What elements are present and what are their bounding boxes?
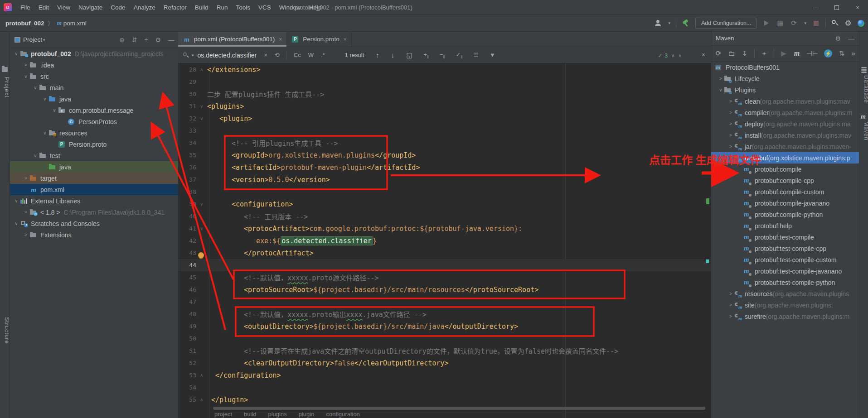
search-input[interactable]: os.detected.classifier [198,52,257,59]
menu-view[interactable]: View [53,0,74,15]
maven-item-resources[interactable]: >mresources (org.apache.maven.plugins [711,288,859,299]
reimport-icon[interactable]: ⟳ [715,49,722,58]
editor-tab-pom-xml[interactable]: mpom.xml (ProtocolBuffers001)× [178,32,287,47]
clear-search-icon[interactable]: × [264,52,267,58]
tree-item-com-protobuf-message[interactable]: ∨com.protobuf.message [10,105,178,116]
maven-item-compiler[interactable]: >mcompiler (org.apache.maven.plugins:m [711,107,859,118]
breadcrumb-project[interactable]: protobuf_002 [5,20,44,27]
code-editor[interactable]: 28∧</extensions>2930二步 配置plugins插件 生成工具-… [178,63,711,418]
menu-analyze[interactable]: Analyze [130,0,160,15]
chevron-right-icon[interactable]: > [727,291,734,296]
chevron-down-icon[interactable]: ∨ [22,74,29,79]
run-icon[interactable] [762,18,771,29]
toolwindow-label-structure[interactable]: Structure [0,317,10,344]
hide-icon[interactable]: — [168,36,175,43]
fold-marker-icon[interactable]: ∧ [196,373,207,378]
maven-item-site[interactable]: >msite (org.apache.maven.plugins: [711,299,859,311]
tree-item-test[interactable]: ∨test [10,150,178,161]
maven-m-icon[interactable]: m [861,113,866,120]
chevron-right-icon[interactable]: > [727,144,734,149]
fold-marker-icon[interactable]: ∨ [196,116,207,121]
maven-item-protobuf-compile-python[interactable]: mprotobuf:compile-python [711,209,859,220]
tree-item--1-8-[interactable]: >< 1.8 >C:\Program Files\Java\jdk1.8.0_3… [10,207,178,218]
chevron-down-icon[interactable]: ∨ [41,96,48,101]
search-everywhere-icon[interactable] [831,19,839,27]
chevron-right-icon[interactable]: > [22,232,29,237]
search-in-selection-icon[interactable]: ◱ [406,51,412,59]
tree-item-resources[interactable]: ∨resources [10,127,178,139]
tree-item-scratches-and-consoles[interactable]: ∨Scratches and Consoles [10,218,178,229]
xml-breadcrumb-configuration[interactable]: configuration [326,411,359,418]
select-all-occurrences-icon[interactable]: ✓Ⅱ [456,51,463,59]
previous-match-icon[interactable]: ↑ [376,51,379,59]
tree-item-java[interactable]: ∨java [10,93,178,105]
next-match-icon[interactable]: ↓ [391,51,395,59]
rerun-icon[interactable]: ⟳ [790,18,798,29]
add-configuration-button[interactable]: Add Configuration... [695,18,757,29]
chevron-down-icon[interactable]: ∨ [51,108,58,113]
inspections-widget[interactable]: ✓ 3 ∧ ∨ [658,47,682,63]
xml-breadcrumb-plugin[interactable]: plugin [299,411,315,418]
horizontal-scrollbar[interactable] [213,407,705,410]
chevron-down-icon[interactable]: ∨ [41,130,48,135]
maven-item-deploy[interactable]: >mdeploy (org.apache.maven.plugins:ma [711,118,859,130]
match-case-toggle[interactable]: Cc [294,52,301,58]
tree-item-extensions[interactable]: >Extensions [10,229,178,240]
maven-item-surefire[interactable]: >msurefire (org.apache.maven.plugins:m [711,311,859,322]
expand-all-icon[interactable]: ⇵ [132,36,137,43]
chevron-right-icon[interactable]: > [727,303,734,307]
close-tab-icon[interactable]: × [279,36,282,43]
maven-item-protobuf-test-compile-custom[interactable]: mprotobuf:test-compile-custom [711,254,859,265]
chevron-down-icon[interactable]: ∨ [13,51,20,56]
toolwindow-label-project[interactable]: Project [0,77,10,98]
breadcrumb-file[interactable]: pom.xml [63,20,87,27]
maven-item-protobuf-compile-custom[interactable]: mprotobuf:compile-custom [711,186,859,197]
tree-item-external-libraries[interactable]: ∨External Libraries [10,195,178,207]
maven-item-protobuf-test-compile-cpp[interactable]: mprotobuf:test-compile-cpp [711,243,859,254]
chevron-down-icon[interactable]: ∨ [32,153,39,158]
maven-item-protobuf-test-compile-python[interactable]: mprotobuf:test-compile-python [711,277,859,288]
intention-bulb-icon[interactable] [198,252,204,258]
maven-item-jar[interactable]: >mjar (org.apache.maven.plugins:maven- [711,141,859,152]
maven-item-lifecycle[interactable]: >Lifecycle [711,73,859,84]
download-sources-icon[interactable]: ↧ [741,49,748,58]
fold-marker-icon[interactable]: ∧ [196,397,207,402]
tree-item-persion-proto[interactable]: PPersion.proto [10,139,178,150]
chevron-down-icon[interactable]: ▾ [804,21,806,25]
search-history-icon[interactable]: ⟲ [275,52,280,58]
maven-item-plugins[interactable]: ∨Plugins [711,84,859,96]
chevron-right-icon[interactable]: > [22,62,29,67]
tree-item-personprotos[interactable]: CPersonProtos [10,116,178,127]
add-icon[interactable]: + [761,49,768,57]
xml-breadcrumb-build[interactable]: build [244,411,256,418]
tree-item-target[interactable]: >target [10,173,178,184]
tree-item-java[interactable]: java [10,161,178,173]
chevron-right-icon[interactable]: > [22,176,29,181]
minimize-button[interactable]: — [805,0,826,15]
regex-toggle[interactable]: .* [321,52,325,58]
chevron-right-icon[interactable]: > [727,314,734,319]
next-inspection-icon[interactable]: ∨ [679,53,682,58]
maven-item-clean[interactable]: >mclean (org.apache.maven.plugins:mav [711,96,859,107]
fold-marker-icon[interactable]: ∧ [196,67,207,72]
collapse-all-icon[interactable]: ÷ [145,36,148,43]
profiler-grid-icon[interactable]: ▦ [776,18,784,29]
menu-navigate[interactable]: Navigate [74,0,107,15]
close-search-icon[interactable]: × [702,51,705,58]
toolwindow-label-database[interactable]: Database [859,75,868,103]
chevron-right-icon[interactable]: > [727,121,734,126]
project-panel-title[interactable]: Project [23,36,42,43]
gear-icon[interactable]: ⚙ [155,36,161,43]
sphere-icon[interactable] [858,20,864,27]
close-tab-icon[interactable]: × [344,36,347,43]
tree-item-main[interactable]: ∨main [10,82,178,93]
tree-item-protobuf-002[interactable]: ∨protobuf_002D:\javaproject\learning_pro… [10,48,178,59]
maven-item-protobuf-help[interactable]: mprotobuf:help [711,220,859,231]
error-stripe-mark[interactable] [706,259,709,263]
chevron-right-icon[interactable]: > [718,76,724,81]
execute-goal-icon[interactable]: ⊣⊢ [806,49,818,58]
run-icon[interactable]: ▶ [780,49,787,58]
maven-item-protobuf-compile-javanano[interactable]: mprotobuf:compile-javanano [711,197,859,209]
toolwindow-label-maven[interactable]: Maven [859,121,868,141]
menu-file[interactable]: File [16,0,34,15]
